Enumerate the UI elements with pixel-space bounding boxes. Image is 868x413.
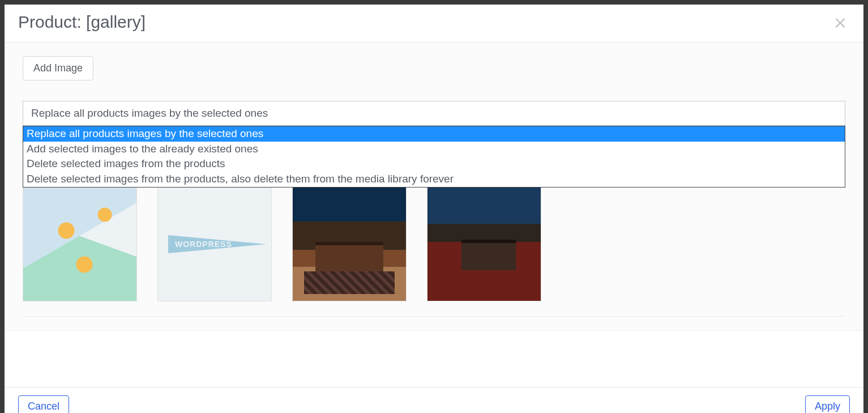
close-icon[interactable] — [831, 12, 850, 32]
add-image-button[interactable]: Add Image — [23, 56, 93, 80]
action-option-delete-forever[interactable]: Delete selected images from the products… — [23, 172, 845, 187]
action-option-replace[interactable]: Replace all products images by the selec… — [23, 126, 845, 142]
action-select-dropdown: Replace all products images by the selec… — [23, 126, 845, 188]
cancel-button[interactable]: Cancel — [18, 395, 69, 413]
apply-button[interactable]: Apply — [805, 395, 850, 413]
modal-footer: Cancel Apply — [5, 387, 863, 413]
divider — [23, 316, 845, 317]
action-select-display[interactable]: Replace all products images by the selec… — [23, 101, 845, 126]
modal-header: Product: [gallery] — [5, 5, 863, 42]
action-option-delete[interactable]: Delete selected images from the products — [23, 156, 845, 172]
modal-spacer — [5, 330, 863, 387]
modal-dialog: Product: [gallery] Add Image Replace all… — [5, 5, 863, 408]
gallery-thumbnail[interactable] — [427, 187, 541, 301]
modal-body: Add Image Replace all products images by… — [5, 42, 863, 330]
modal-title: Product: [gallery] — [18, 12, 146, 32]
gallery-thumbnail[interactable] — [157, 187, 272, 301]
gallery-thumbnail[interactable] — [292, 187, 407, 301]
action-select[interactable]: Replace all products images by the selec… — [23, 101, 845, 126]
action-option-add[interactable]: Add selected images to the already exist… — [23, 142, 845, 157]
gallery-row — [23, 187, 845, 301]
gallery-thumbnail[interactable] — [23, 187, 137, 301]
